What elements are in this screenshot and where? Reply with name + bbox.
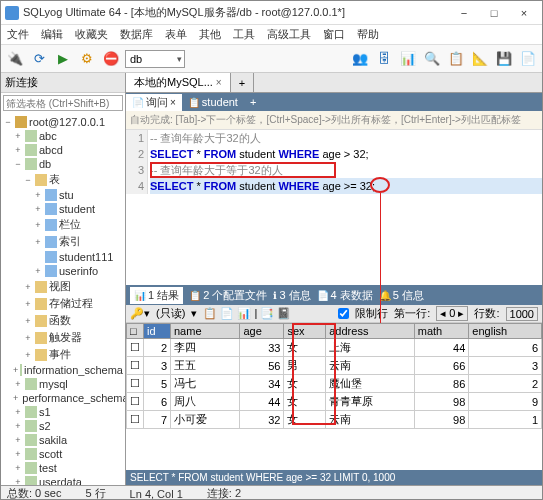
autocomplete-hint: 自动完成: [Tab]->下一个标签，[Ctrl+Space]->列出所有标签，… (126, 111, 542, 130)
tb-icon7[interactable]: 💾 (494, 49, 514, 69)
new-tab[interactable]: + (231, 73, 254, 92)
tree-node[interactable]: −root@127.0.0.1 (1, 115, 125, 129)
stop-icon[interactable]: ⛔ (101, 49, 121, 69)
tb-icon8[interactable]: 📄 (518, 49, 538, 69)
tree-node[interactable]: student111 (1, 250, 125, 264)
menu-fav[interactable]: 收藏夹 (75, 27, 108, 42)
tree-node[interactable]: +mysql (1, 377, 125, 391)
tree-node[interactable]: +事件 (1, 346, 125, 363)
close-icon[interactable]: × (216, 77, 222, 88)
database-combo[interactable]: db (125, 50, 185, 68)
tree-node[interactable]: +s1 (1, 405, 125, 419)
tree-node[interactable]: +abc (1, 129, 125, 143)
annotation-box2 (292, 323, 336, 425)
tb-icon5[interactable]: 📋 (446, 49, 466, 69)
annotation-line (380, 193, 381, 343)
tree-node[interactable]: +存储过程 (1, 295, 125, 312)
result-tabs: 📊 1 结果 📋 2 个配置文件 ℹ 3 信息 📄 4 表数据 🔔 5 信息 (126, 285, 542, 305)
status-query: SELECT * FROM student WHERE age >= 32 LI… (126, 470, 542, 485)
toolbar: 🔌 ⟳ ▶ ⚙ ⛔ db 👥 🗄 📊 🔍 📋 📐 💾 📄 (1, 45, 542, 73)
tree-node[interactable]: +student (1, 202, 125, 216)
result-tab-3[interactable]: ℹ 3 信息 (273, 288, 310, 303)
tree-node[interactable]: +scott (1, 447, 125, 461)
conn-tab[interactable]: 本地的MySQL...× (126, 73, 231, 92)
window-title: SQLyog Ultimate 64 - [本地的MySQL服务器/db - r… (23, 5, 450, 20)
object-tree[interactable]: −root@127.0.0.1+abc+abcd−db−表+stu+studen… (1, 113, 125, 485)
menu-help[interactable]: 帮助 (357, 27, 379, 42)
tree-node[interactable]: +视图 (1, 278, 125, 295)
tree-node[interactable]: +abcd (1, 143, 125, 157)
tree-node[interactable]: +stu (1, 188, 125, 202)
menu-window[interactable]: 窗口 (323, 27, 345, 42)
tree-node[interactable]: +函数 (1, 312, 125, 329)
grid-toolbar: 🔑▾(只读)▾ 📋 📄 📊 | 📑 📓 限制行 第一行:◂ 0 ▸ 行数:100… (126, 305, 542, 323)
titlebar: SQLyog Ultimate 64 - [本地的MySQL服务器/db - r… (1, 1, 542, 25)
tb-icon3[interactable]: 📊 (398, 49, 418, 69)
limit-checkbox[interactable] (338, 308, 349, 319)
tree-node[interactable]: +performance_schema (1, 391, 125, 405)
execute-icon[interactable]: ▶ (53, 49, 73, 69)
tree-node[interactable]: +栏位 (1, 216, 125, 233)
menu-database[interactable]: 数据库 (120, 27, 153, 42)
status-conn: 连接: 2 (207, 486, 241, 500)
tree-node[interactable]: +userinfo (1, 264, 125, 278)
tool-icon[interactable]: ⚙ (77, 49, 97, 69)
tree-node[interactable]: +索引 (1, 233, 125, 250)
tree-node[interactable]: +触发器 (1, 329, 125, 346)
editor-tabs: 📄询问 × 📋student + (126, 93, 542, 111)
status-pos: Ln 4, Col 1 (130, 488, 183, 500)
minimize-button[interactable]: − (450, 4, 478, 22)
connection-tabs: 本地的MySQL...× + (126, 73, 542, 93)
refresh-icon[interactable]: ⟳ (29, 49, 49, 69)
filter-input[interactable] (3, 95, 123, 111)
status-rows: 5 行 (85, 486, 105, 500)
sidebar: 新连接 −root@127.0.0.1+abc+abcd−db−表+stu+st… (1, 73, 126, 485)
tree-node[interactable]: +s2 (1, 419, 125, 433)
tree-node[interactable]: +userdata (1, 475, 125, 485)
new-conn-icon[interactable]: 🔌 (5, 49, 25, 69)
result-tab-1[interactable]: 📊 1 结果 (130, 287, 183, 304)
close-button[interactable]: × (510, 4, 538, 22)
annotation-box (150, 162, 336, 178)
statusbar: 总数: 0 sec 5 行 Ln 4, Col 1 连接: 2 (1, 485, 542, 500)
menu-table[interactable]: 表单 (165, 27, 187, 42)
sidebar-head: 新连接 (1, 73, 125, 93)
result-tab-4[interactable]: 📄 4 表数据 (317, 288, 373, 303)
result-tab-2[interactable]: 📋 2 个配置文件 (189, 288, 267, 303)
query-tab[interactable]: 📄询问 × (126, 94, 182, 111)
result-grid[interactable]: □idnameagesexaddressmathenglish☐2李四33女上海… (126, 323, 542, 429)
menu-file[interactable]: 文件 (7, 27, 29, 42)
student-tab[interactable]: 📋student (182, 95, 244, 109)
result-tab-5[interactable]: 🔔 5 信息 (379, 288, 424, 303)
menu-advtools[interactable]: 高级工具 (267, 27, 311, 42)
tree-node[interactable]: −表 (1, 171, 125, 188)
tb-icon6[interactable]: 📐 (470, 49, 490, 69)
menu-tools[interactable]: 工具 (233, 27, 255, 42)
status-total: 总数: 0 sec (7, 486, 61, 500)
tb-icon4[interactable]: 🔍 (422, 49, 442, 69)
menu-edit[interactable]: 编辑 (41, 27, 63, 42)
tree-node[interactable]: +information_schema (1, 363, 125, 377)
tree-node[interactable]: −db (1, 157, 125, 171)
new-editor-tab[interactable]: + (244, 95, 262, 109)
menu-other[interactable]: 其他 (199, 27, 221, 42)
app-icon (5, 6, 19, 20)
tree-node[interactable]: +test (1, 461, 125, 475)
annotation-circle (370, 177, 390, 193)
tree-node[interactable]: +sakila (1, 433, 125, 447)
sql-editor[interactable]: 1234 -- 查询年龄大于32的人 SELECT * FROM student… (126, 130, 542, 285)
maximize-button[interactable]: □ (480, 4, 508, 22)
tb-icon2[interactable]: 🗄 (374, 49, 394, 69)
menubar: 文件 编辑 收藏夹 数据库 表单 其他 工具 高级工具 窗口 帮助 (1, 25, 542, 45)
tb-icon[interactable]: 👥 (350, 49, 370, 69)
